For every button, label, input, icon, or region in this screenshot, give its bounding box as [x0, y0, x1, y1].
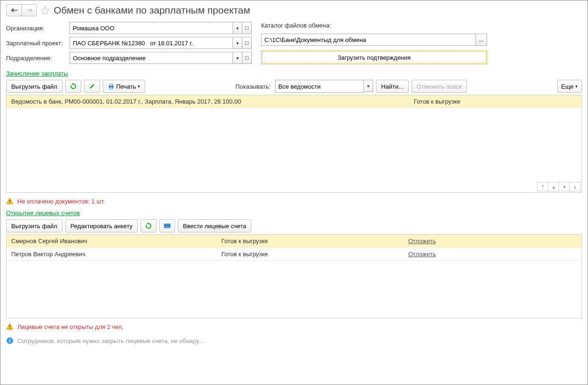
org-input[interactable] [70, 22, 233, 34]
salary-section-link[interactable]: Зачисление зарплаты [6, 70, 582, 77]
accounts-warning: Лицевые счета не открыты для 2 чел. [17, 323, 124, 330]
refresh-icon [145, 223, 152, 229]
svg-rect-4 [9, 203, 10, 203]
chevron-down-icon: ▾ [575, 84, 578, 89]
svg-rect-2 [110, 87, 113, 89]
dept-dropdown-button[interactable]: ▾ [233, 52, 242, 64]
find-button[interactable]: Найти... [376, 80, 409, 93]
catalog-label: Каталог файлов обмена: [261, 22, 487, 29]
project-label: Зарплатный проект: [6, 40, 67, 47]
svg-rect-1 [110, 84, 113, 86]
edit-form-button[interactable]: Редактировать анкету [65, 219, 138, 232]
arrow-right-icon [26, 8, 33, 13]
grid-nav-last[interactable]: ⤓ [569, 182, 581, 191]
table-row[interactable]: Петров Виктор Андреевич Готов к выгрузке… [7, 248, 581, 261]
cancel-find-button: Отменить поиск [411, 80, 467, 93]
employee-name: Петров Виктор Андреевич [7, 251, 217, 258]
project-open-button[interactable]: ☐ [242, 37, 252, 49]
printer-icon [108, 83, 114, 90]
refresh-button-2[interactable] [141, 219, 156, 232]
dept-open-button[interactable]: ☐ [242, 52, 252, 64]
pencil-icon [89, 83, 95, 90]
print-button[interactable]: Печать ▾ [103, 80, 146, 93]
show-label: Показывать: [235, 83, 270, 90]
more-label: Еще [561, 83, 574, 90]
forward-button[interactable] [21, 5, 36, 16]
grid-nav-up[interactable]: ▴ [548, 182, 559, 191]
svg-rect-11 [9, 339, 10, 340]
svg-rect-10 [9, 340, 10, 343]
print-label: Печать [116, 83, 136, 90]
unpaid-warning: Не оплачено документов: 1 шт. [17, 198, 105, 205]
load-confirmations-button[interactable]: Загрузить подтверждения [261, 50, 487, 64]
row-status: Готов к выгрузке [217, 238, 404, 245]
svg-rect-3 [9, 200, 10, 202]
row-status: Готов к выгрузке [409, 98, 502, 105]
table-row[interactable]: Ведомость в банк, РМ00-000001, 01.02.201… [7, 95, 581, 108]
refresh-icon [70, 83, 77, 90]
warning-icon [6, 323, 14, 330]
card-button[interactable] [159, 219, 175, 232]
org-label: Организация: [6, 25, 67, 32]
salary-grid[interactable]: Ведомость в банк, РМ00-000001, 01.02.201… [6, 95, 582, 193]
row-status: Готов к выгрузке [217, 251, 404, 258]
export-file-button-2[interactable]: Выгрузить файл [6, 219, 63, 232]
grid-nav-first[interactable]: ⤒ [537, 182, 548, 191]
grid-nav-down[interactable]: ▾ [559, 182, 570, 191]
favorite-star-icon[interactable] [41, 6, 50, 15]
svg-rect-7 [9, 325, 10, 328]
employee-name: Смирнов Сергей Иванович [7, 238, 217, 245]
row-text: Ведомость в банк, РМ00-000001, 01.02.201… [7, 98, 409, 105]
refresh-button[interactable] [65, 80, 81, 93]
arrow-left-icon [11, 8, 17, 13]
svg-rect-6 [164, 225, 170, 226]
show-filter-dropdown[interactable]: ▾ [364, 80, 373, 92]
enter-accounts-button[interactable]: Ввести лицевые счета [178, 219, 251, 232]
card-icon [163, 223, 171, 229]
page-title: Обмен с банками по зарплатным проектам [54, 5, 250, 16]
warning-icon [6, 197, 14, 205]
postpone-link[interactable]: Отложить [408, 238, 436, 245]
postpone-link[interactable]: Отложить [408, 251, 436, 258]
project-input[interactable] [70, 37, 233, 49]
table-row[interactable]: Смирнов Сергей Иванович Готов к выгрузке… [7, 235, 581, 248]
catalog-path-input[interactable] [261, 34, 476, 46]
dept-label: Подразделение: [6, 55, 67, 62]
org-open-button[interactable]: ☐ [242, 22, 252, 34]
export-file-button[interactable]: Выгрузить файл [6, 80, 63, 93]
org-dropdown-button[interactable]: ▾ [233, 22, 242, 34]
svg-rect-8 [9, 328, 10, 329]
accounts-section-link[interactable]: Открытие лицевых счетов [6, 210, 582, 217]
project-dropdown-button[interactable]: ▾ [233, 37, 242, 49]
chevron-down-icon: ▾ [138, 84, 140, 89]
catalog-browse-button[interactable]: ... [476, 34, 487, 46]
info-icon [6, 337, 14, 344]
back-button[interactable] [7, 5, 21, 16]
dept-input[interactable] [70, 52, 233, 64]
accounts-grid[interactable]: Смирнов Сергей Иванович Готов к выгрузке… [6, 234, 582, 318]
edit-button[interactable] [84, 80, 100, 93]
show-filter-input[interactable] [275, 80, 364, 93]
more-button[interactable]: Еще ▾ [557, 80, 582, 93]
info-message: Сотрудников, которым нужно закрыть лицев… [17, 337, 204, 344]
